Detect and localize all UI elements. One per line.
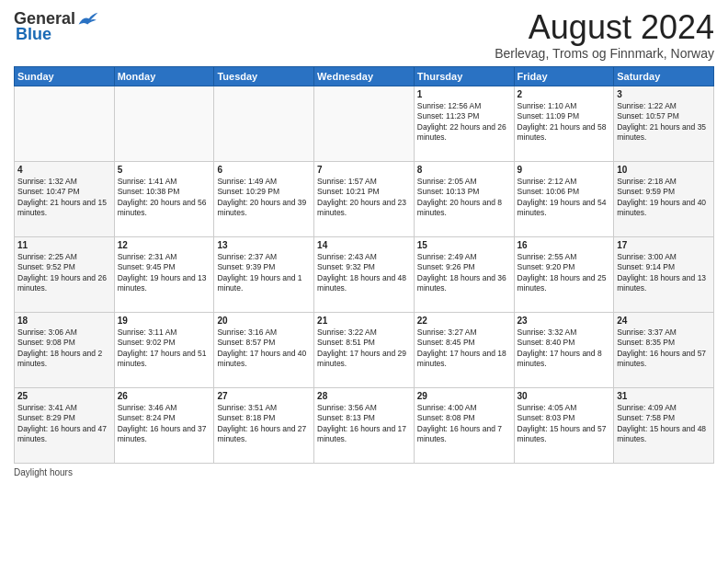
day-number: 6 xyxy=(217,165,311,175)
day-number: 23 xyxy=(518,316,611,326)
day-number: 15 xyxy=(417,240,511,250)
calendar-header-row: SundayMondayTuesdayWednesdayThursdayFrid… xyxy=(15,66,714,86)
day-number: 19 xyxy=(118,316,211,326)
week-row-3: 11Sunrise: 2:25 AMSunset: 9:52 PMDayligh… xyxy=(15,236,714,312)
calendar-cell: 17Sunrise: 3:00 AMSunset: 9:14 PMDayligh… xyxy=(614,236,714,312)
calendar-cell: 3Sunrise: 1:22 AMSunset: 10:57 PMDayligh… xyxy=(614,86,714,161)
cell-text: Sunrise: 3:51 AMSunset: 8:18 PMDaylight:… xyxy=(217,403,311,445)
calendar-cell: 29Sunrise: 4:00 AMSunset: 8:08 PMDayligh… xyxy=(414,387,514,463)
calendar-cell: 15Sunrise: 2:49 AMSunset: 9:26 PMDayligh… xyxy=(414,236,514,312)
cell-text: Sunrise: 2:49 AMSunset: 9:26 PMDaylight:… xyxy=(417,252,511,294)
calendar-cell xyxy=(114,86,214,161)
day-number: 16 xyxy=(518,240,611,250)
calendar-cell: 9Sunrise: 2:12 AMSunset: 10:06 PMDayligh… xyxy=(514,161,614,236)
main-title: August 2024 xyxy=(495,9,714,46)
footer-text: Daylight hours xyxy=(14,467,73,477)
day-number: 21 xyxy=(317,316,411,326)
cell-text: Sunrise: 1:57 AMSunset: 10:21 PMDaylight… xyxy=(317,177,411,219)
calendar-cell: 6Sunrise: 1:49 AMSunset: 10:29 PMDayligh… xyxy=(214,161,314,236)
subtitle: Berlevag, Troms og Finnmark, Norway xyxy=(495,46,714,61)
cell-text: Sunrise: 3:00 AMSunset: 9:14 PMDaylight:… xyxy=(617,252,711,294)
cell-text: Sunrise: 4:05 AMSunset: 8:03 PMDaylight:… xyxy=(518,403,611,445)
calendar-cell: 12Sunrise: 2:31 AMSunset: 9:45 PMDayligh… xyxy=(114,236,214,312)
cell-text: Sunrise: 3:22 AMSunset: 8:51 PMDaylight:… xyxy=(317,327,411,370)
calendar-cell: 2Sunrise: 1:10 AMSunset: 11:09 PMDayligh… xyxy=(514,86,614,161)
cell-text: Sunrise: 2:37 AMSunset: 9:39 PMDaylight:… xyxy=(217,252,311,294)
cell-text: Sunrise: 3:11 AMSunset: 9:02 PMDaylight:… xyxy=(118,327,211,370)
week-row-4: 18Sunrise: 3:06 AMSunset: 9:08 PMDayligh… xyxy=(15,312,714,387)
calendar-cell xyxy=(214,86,314,161)
cell-text: Sunrise: 2:18 AMSunset: 9:59 PMDaylight:… xyxy=(617,177,711,219)
day-number: 14 xyxy=(317,240,411,250)
cell-text: Sunrise: 1:41 AMSunset: 10:38 PMDaylight… xyxy=(118,177,211,219)
cell-text: Sunrise: 12:56 AMSunset: 11:23 PMDayligh… xyxy=(417,101,511,144)
day-number: 27 xyxy=(217,391,311,401)
cell-text: Sunrise: 1:49 AMSunset: 10:29 PMDaylight… xyxy=(217,177,311,219)
calendar: SundayMondayTuesdayWednesdayThursdayFrid… xyxy=(14,66,714,464)
calendar-cell: 27Sunrise: 3:51 AMSunset: 8:18 PMDayligh… xyxy=(214,387,314,463)
day-number: 10 xyxy=(617,165,711,175)
col-header-monday: Monday xyxy=(114,66,214,86)
footer: Daylight hours xyxy=(14,467,714,477)
cell-text: Sunrise: 2:55 AMSunset: 9:20 PMDaylight:… xyxy=(518,252,611,294)
calendar-cell: 4Sunrise: 1:32 AMSunset: 10:47 PMDayligh… xyxy=(15,161,115,236)
day-number: 18 xyxy=(17,316,111,326)
calendar-cell: 31Sunrise: 4:09 AMSunset: 7:58 PMDayligh… xyxy=(614,387,714,463)
calendar-cell: 30Sunrise: 4:05 AMSunset: 8:03 PMDayligh… xyxy=(514,387,614,463)
calendar-cell: 20Sunrise: 3:16 AMSunset: 8:57 PMDayligh… xyxy=(214,312,314,387)
calendar-cell: 13Sunrise: 2:37 AMSunset: 9:39 PMDayligh… xyxy=(214,236,314,312)
calendar-cell xyxy=(314,86,415,161)
day-number: 4 xyxy=(17,165,111,175)
day-number: 11 xyxy=(17,240,111,250)
calendar-cell: 8Sunrise: 2:05 AMSunset: 10:13 PMDayligh… xyxy=(414,161,514,236)
cell-text: Sunrise: 2:25 AMSunset: 9:52 PMDaylight:… xyxy=(17,252,111,294)
col-header-saturday: Saturday xyxy=(614,66,714,86)
calendar-cell: 19Sunrise: 3:11 AMSunset: 9:02 PMDayligh… xyxy=(114,312,214,387)
week-row-5: 25Sunrise: 3:41 AMSunset: 8:29 PMDayligh… xyxy=(15,387,714,463)
calendar-cell: 23Sunrise: 3:32 AMSunset: 8:40 PMDayligh… xyxy=(514,312,614,387)
page: General Blue August 2024 Berlevag, Troms… xyxy=(0,0,728,563)
cell-text: Sunrise: 1:22 AMSunset: 10:57 PMDaylight… xyxy=(617,101,711,144)
calendar-cell: 25Sunrise: 3:41 AMSunset: 8:29 PMDayligh… xyxy=(15,387,115,463)
calendar-cell: 11Sunrise: 2:25 AMSunset: 9:52 PMDayligh… xyxy=(15,236,115,312)
day-number: 2 xyxy=(518,89,611,99)
title-block: August 2024 Berlevag, Troms og Finnmark,… xyxy=(495,9,714,61)
col-header-tuesday: Tuesday xyxy=(214,66,314,86)
day-number: 20 xyxy=(217,316,311,326)
day-number: 12 xyxy=(118,240,211,250)
day-number: 22 xyxy=(417,316,511,326)
logo-blue: Blue xyxy=(16,25,51,44)
day-number: 17 xyxy=(617,240,711,250)
calendar-cell: 7Sunrise: 1:57 AMSunset: 10:21 PMDayligh… xyxy=(314,161,415,236)
cell-text: Sunrise: 1:32 AMSunset: 10:47 PMDaylight… xyxy=(17,177,111,219)
calendar-cell: 5Sunrise: 1:41 AMSunset: 10:38 PMDayligh… xyxy=(114,161,214,236)
day-number: 13 xyxy=(217,240,311,250)
cell-text: Sunrise: 2:12 AMSunset: 10:06 PMDaylight… xyxy=(518,177,611,219)
cell-text: Sunrise: 3:41 AMSunset: 8:29 PMDaylight:… xyxy=(17,403,111,445)
cell-text: Sunrise: 3:06 AMSunset: 9:08 PMDaylight:… xyxy=(17,327,111,370)
cell-text: Sunrise: 2:05 AMSunset: 10:13 PMDaylight… xyxy=(417,177,511,219)
cell-text: Sunrise: 4:00 AMSunset: 8:08 PMDaylight:… xyxy=(417,403,511,445)
day-number: 1 xyxy=(417,89,511,99)
calendar-cell: 24Sunrise: 3:37 AMSunset: 8:35 PMDayligh… xyxy=(614,312,714,387)
calendar-cell xyxy=(15,86,115,161)
calendar-cell: 18Sunrise: 3:06 AMSunset: 9:08 PMDayligh… xyxy=(15,312,115,387)
day-number: 26 xyxy=(118,391,211,401)
calendar-cell: 22Sunrise: 3:27 AMSunset: 8:45 PMDayligh… xyxy=(414,312,514,387)
cell-text: Sunrise: 3:56 AMSunset: 8:13 PMDaylight:… xyxy=(317,403,411,445)
day-number: 7 xyxy=(317,165,411,175)
col-header-thursday: Thursday xyxy=(414,66,514,86)
calendar-cell: 1Sunrise: 12:56 AMSunset: 11:23 PMDaylig… xyxy=(414,86,514,161)
day-number: 8 xyxy=(417,165,511,175)
cell-text: Sunrise: 3:32 AMSunset: 8:40 PMDaylight:… xyxy=(518,327,611,370)
cell-text: Sunrise: 4:09 AMSunset: 7:58 PMDaylight:… xyxy=(617,403,711,445)
cell-text: Sunrise: 3:16 AMSunset: 8:57 PMDaylight:… xyxy=(217,327,311,370)
day-number: 3 xyxy=(617,89,711,99)
day-number: 31 xyxy=(617,391,711,401)
cell-text: Sunrise: 3:37 AMSunset: 8:35 PMDaylight:… xyxy=(617,327,711,370)
logo-bird-icon xyxy=(77,11,99,28)
day-number: 29 xyxy=(417,391,511,401)
day-number: 30 xyxy=(518,391,611,401)
cell-text: Sunrise: 2:43 AMSunset: 9:32 PMDaylight:… xyxy=(317,252,411,294)
calendar-cell: 21Sunrise: 3:22 AMSunset: 8:51 PMDayligh… xyxy=(314,312,415,387)
